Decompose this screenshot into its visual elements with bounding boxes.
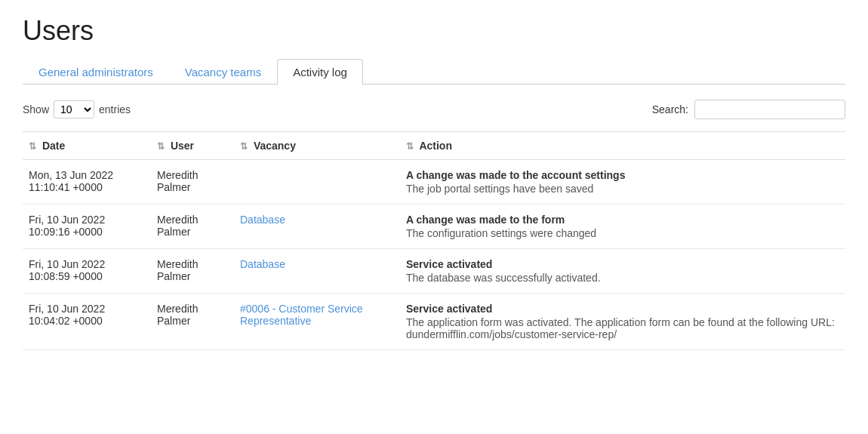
cell-user-1: MeredithPalmer	[151, 205, 234, 249]
table-row: Mon, 13 Jun 202211:10:41 +0000MeredithPa…	[23, 160, 845, 205]
vacancy-link-1[interactable]: Database	[240, 214, 285, 226]
sort-icon-action: ⇅	[406, 141, 414, 152]
search-label: Search:	[652, 103, 688, 115]
show-entries-control: Show 10 25 50 100 entries	[23, 100, 131, 119]
page-title: Users	[23, 15, 845, 47]
cell-date-0: Mon, 13 Jun 202211:10:41 +0000	[23, 160, 151, 205]
search-area: Search:	[652, 100, 845, 119]
action-desc-0: The job portal settings have been saved	[406, 183, 593, 195]
action-title-0: A change was made to the account setting…	[406, 169, 839, 181]
entries-select[interactable]: 10 25 50 100	[54, 100, 94, 119]
cell-vacancy-0	[234, 160, 400, 205]
tabs-bar: General administrators Vacancy teams Act…	[23, 59, 845, 85]
action-desc-3: The application form was activated. The …	[406, 316, 835, 340]
col-header-user[interactable]: ⇅ User	[151, 132, 234, 160]
table-header-row: ⇅ Date ⇅ User ⇅ Vacancy ⇅ Action	[23, 132, 845, 160]
table-row: Fri, 10 Jun 202210:09:16 +0000MeredithPa…	[23, 205, 845, 249]
vacancy-link-2[interactable]: Database	[240, 258, 285, 270]
table-controls: Show 10 25 50 100 entries Search:	[23, 100, 845, 119]
sort-icon-date: ⇅	[29, 141, 36, 152]
cell-user-2: MeredithPalmer	[151, 249, 234, 294]
action-title-1: A change was made to the form	[406, 214, 839, 226]
tab-vacancy-teams[interactable]: Vacancy teams	[169, 59, 277, 85]
show-label: Show	[23, 103, 49, 115]
tab-activity-log[interactable]: Activity log	[277, 59, 363, 85]
cell-action-1: A change was made to the formThe configu…	[400, 205, 845, 249]
cell-vacancy-1[interactable]: Database	[234, 205, 400, 249]
cell-date-1: Fri, 10 Jun 202210:09:16 +0000	[23, 205, 151, 249]
table-row: Fri, 10 Jun 202210:08:59 +0000MeredithPa…	[23, 249, 845, 294]
action-title-2: Service activated	[406, 258, 839, 270]
cell-user-3: MeredithPalmer	[151, 294, 234, 350]
action-desc-2: The database was successfully activated.	[406, 272, 601, 284]
table-row: Fri, 10 Jun 202210:04:02 +0000MeredithPa…	[23, 294, 845, 350]
cell-action-2: Service activatedThe database was succes…	[400, 249, 845, 294]
cell-date-3: Fri, 10 Jun 202210:04:02 +0000	[23, 294, 151, 350]
cell-user-0: MeredithPalmer	[151, 160, 234, 205]
sort-icon-user: ⇅	[157, 141, 165, 152]
cell-vacancy-3[interactable]: #0006 - Customer Service Representative	[234, 294, 400, 350]
col-header-vacancy[interactable]: ⇅ Vacancy	[234, 132, 400, 160]
cell-action-3: Service activatedThe application form wa…	[400, 294, 845, 350]
col-header-date[interactable]: ⇅ Date	[23, 132, 151, 160]
cell-action-0: A change was made to the account setting…	[400, 160, 845, 205]
entries-label: entries	[99, 103, 131, 115]
search-input[interactable]	[694, 100, 845, 119]
tab-general-administrators[interactable]: General administrators	[23, 59, 169, 85]
action-title-3: Service activated	[406, 303, 839, 315]
col-header-action[interactable]: ⇅ Action	[400, 132, 845, 160]
activity-log-table: ⇅ Date ⇅ User ⇅ Vacancy ⇅ Action Mon, 13…	[23, 131, 845, 350]
cell-date-2: Fri, 10 Jun 202210:08:59 +0000	[23, 249, 151, 294]
vacancy-link-3[interactable]: #0006 - Customer Service Representative	[240, 303, 363, 327]
action-desc-1: The configuration settings were changed	[406, 227, 596, 239]
sort-icon-vacancy: ⇅	[240, 141, 248, 152]
cell-vacancy-2[interactable]: Database	[234, 249, 400, 294]
